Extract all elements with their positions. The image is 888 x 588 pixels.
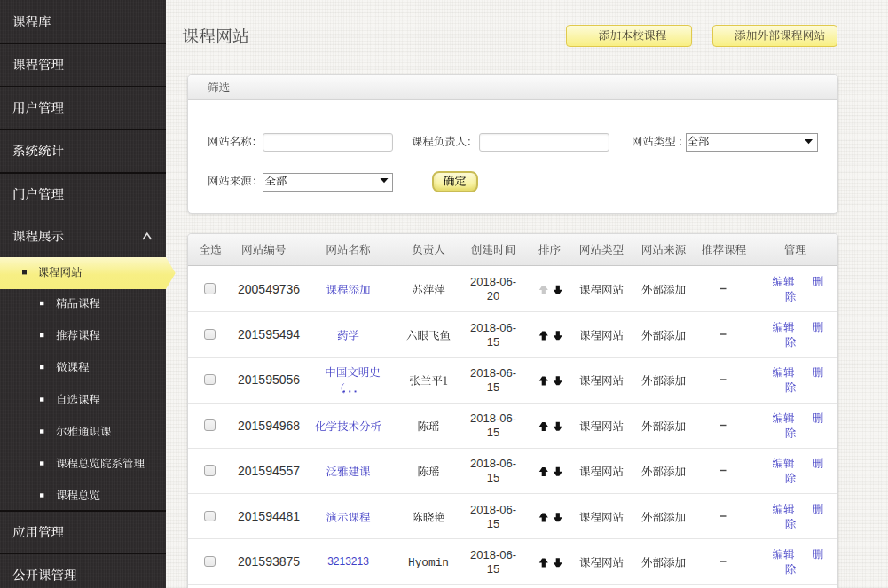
svg-text:15: 15 [487, 471, 499, 484]
svg-text:2018-06-: 2018-06- [470, 275, 516, 288]
svg-text:15: 15 [487, 426, 499, 439]
svg-text:15: 15 [487, 380, 499, 394]
svg-text:201594557: 201594557 [238, 464, 300, 478]
svg-text:2018-06-: 2018-06- [470, 321, 516, 334]
svg-text:15: 15 [487, 562, 499, 576]
svg-text:2018-06-: 2018-06- [470, 366, 516, 380]
svg-text:2018-06-: 2018-06- [470, 503, 516, 516]
svg-text:Hyomin: Hyomin [408, 556, 449, 569]
svg-text:201595056: 201595056 [238, 372, 300, 387]
svg-text:3213213: 3213213 [327, 555, 369, 568]
svg-text:2018-06-: 2018-06- [470, 548, 516, 561]
svg-text:2018-06-: 2018-06- [470, 457, 516, 470]
svg-text:15: 15 [487, 335, 499, 349]
svg-text:200549736: 200549736 [238, 282, 300, 296]
svg-text:2018-06-: 2018-06- [470, 412, 516, 425]
svg-text:201593875: 201593875 [238, 554, 300, 568]
svg-text:20: 20 [487, 289, 499, 302]
svg-text:201595494: 201595494 [238, 327, 300, 341]
svg-text:15: 15 [487, 517, 499, 530]
svg-text:201594968: 201594968 [238, 419, 300, 433]
svg-text:201594481: 201594481 [238, 509, 300, 523]
